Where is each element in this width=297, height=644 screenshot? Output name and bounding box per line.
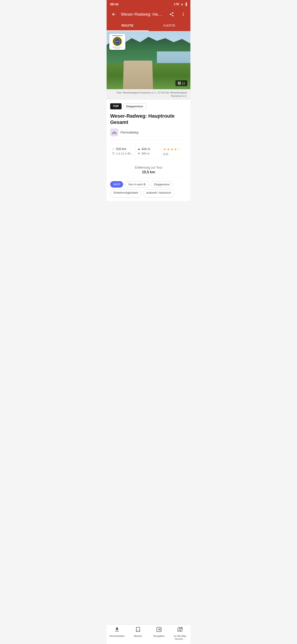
fernradweg-icon	[110, 128, 118, 136]
stat-duration: ⏱ 1 d 11 h 45…	[112, 152, 134, 155]
signal-bars-icon: ▲	[181, 2, 184, 6]
stat-distance-value: ↔ 520 km	[112, 147, 134, 151]
more-tag-einkehr[interactable]: Einkehrmöglichkeit	[110, 190, 141, 198]
adfc-logo-circle: adfc	[113, 37, 122, 46]
elevation-up-icon: ▲	[137, 147, 140, 150]
photo-count: 11	[182, 82, 185, 85]
tab-route[interactable]: ROUTE	[107, 20, 149, 31]
tag-top: TOP	[110, 103, 122, 109]
main-content: TOP Etappentour Weser-Radweg: Hauptroute…	[107, 100, 190, 201]
stat-distance: ↔ 520 km ⏱ 1 d 11 h 45…	[110, 144, 136, 159]
stat-elevation-up: ▲ 424 m	[137, 147, 159, 151]
distance-to-tour-label: Entfernung zur Tour	[110, 166, 187, 169]
more-tag-kulturell[interactable]: kulturell / historisch	[143, 190, 175, 198]
route-type-row: Fernradweg	[110, 128, 187, 140]
svg-point-0	[112, 132, 113, 134]
filter-tags: leicht Von A nach B Etappentour	[110, 181, 187, 188]
filter-tag-leicht[interactable]: leicht	[110, 181, 123, 188]
filter-tag-etappentour[interactable]: Etappentour	[151, 181, 173, 188]
status-icons: LTE ▲ ▐	[174, 2, 187, 6]
star-3: ★	[170, 147, 173, 152]
hero-image: Qualitätsradroute adfc Allgemeiner Deuts…	[107, 31, 190, 89]
status-time: 09:41	[110, 2, 119, 6]
path	[123, 60, 153, 89]
stars-container: ★ ★ ★ ★ ☆ (13)	[163, 147, 185, 156]
star-2: ★	[167, 147, 170, 152]
filter-tag-von-a-nach-b[interactable]: Von A nach B	[125, 181, 149, 188]
distance-to-tour-value: 10,5 km	[110, 170, 187, 174]
tags-row: TOP Etappentour	[110, 103, 187, 109]
route-title: Weser-Radweg: Hauptroute Gesamt	[110, 113, 187, 126]
app-bar: Weser-Radweg: Hauptrou...	[107, 8, 190, 20]
tab-karte[interactable]: KARTE	[149, 20, 191, 31]
stars-row: ★ ★ ★ ★ ☆	[163, 147, 181, 152]
hero-scene: Qualitätsradroute adfc Allgemeiner Deuts…	[107, 31, 190, 89]
tabs-container: ROUTE KARTE	[107, 20, 190, 31]
rating-count: (13)	[163, 152, 168, 156]
back-button[interactable]	[109, 10, 118, 19]
photo-count-badge[interactable]: 🖼 11	[175, 80, 187, 86]
status-bar: 09:41 LTE ▲ ▐	[107, 0, 190, 8]
distance-icon: ↔	[112, 147, 115, 150]
adfc-badge: Qualitätsradroute adfc Allgemeiner Deuts…	[109, 34, 125, 50]
more-tags: Einkehrmöglichkeit kulturell / historisc…	[110, 190, 187, 198]
battery-icon: ▐	[185, 2, 187, 6]
distance-to-tour-section: Entfernung zur Tour 10,5 km	[110, 162, 187, 178]
svg-point-2	[114, 131, 115, 132]
stats-grid: ↔ 520 km ⏱ 1 d 11 h 45… ▲ 424 m ▼ 565 m	[110, 144, 187, 159]
tag-etappentour: Etappentour	[123, 103, 146, 109]
adfc-text: adfc	[115, 40, 120, 42]
route-type-label: Fernradweg	[120, 130, 138, 134]
star-4: ★	[174, 147, 177, 152]
adfc-inner: adfc	[114, 38, 120, 44]
adfc-full-text: Allgemeiner DeutscherFahrrad-Club	[113, 46, 122, 49]
app-bar-title: Weser-Radweg: Hauptrou...	[121, 12, 164, 17]
star-1: ★	[163, 147, 166, 152]
elevation-down-icon: ▼	[137, 152, 140, 155]
star-5-half: ☆	[177, 147, 181, 152]
stat-elevation-down: ▼ 565 m	[137, 152, 159, 155]
adfc-top-text: Qualitätsradroute	[112, 35, 122, 36]
lte-icon: LTE	[174, 2, 179, 6]
clock-icon: ⏱	[112, 152, 115, 155]
more-options-button[interactable]	[179, 10, 188, 19]
share-button[interactable]	[167, 10, 176, 19]
photo-credit: Foto: Weserbergland Tourismus e.V., CC B…	[107, 89, 190, 100]
camera-icon: 🖼	[178, 82, 181, 85]
stat-rating: ★ ★ ★ ★ ☆ (13)	[161, 144, 187, 159]
stat-elevation: ▲ 424 m ▼ 565 m	[136, 144, 161, 159]
bottom-spacer	[107, 201, 190, 219]
